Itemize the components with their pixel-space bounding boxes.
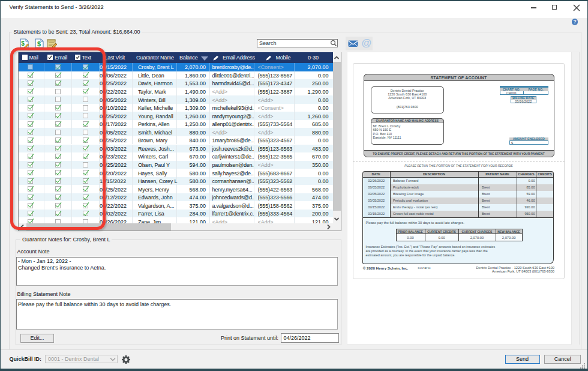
svg-text:$: $: [21, 40, 25, 47]
svg-text:$: $: [37, 40, 40, 47]
